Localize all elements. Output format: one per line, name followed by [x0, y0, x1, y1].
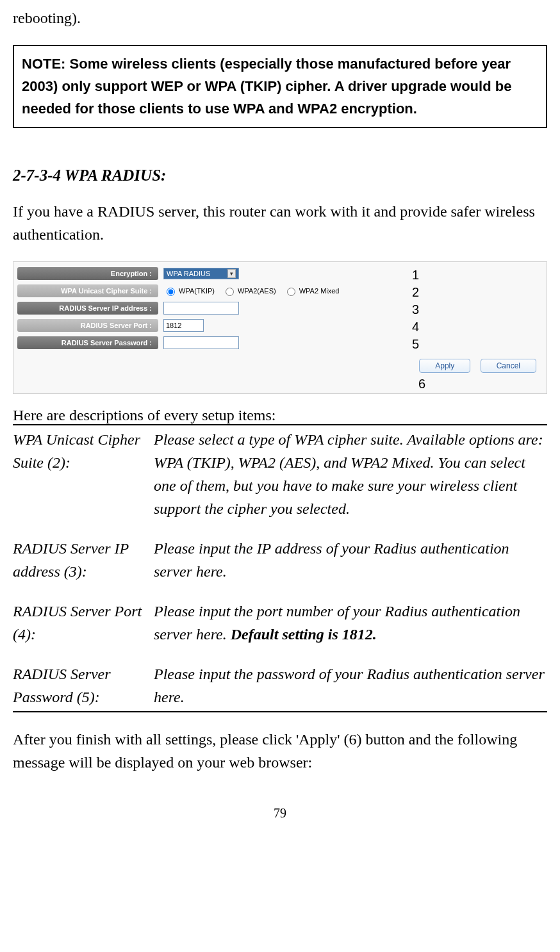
desc-term-radius-ip: RADIUS Server IP address (3):: [13, 537, 154, 583]
desc-def-radius-pw: Please input the password of your Radius…: [154, 662, 547, 709]
intro-paragraph: If you have a RADIUS server, this router…: [13, 200, 547, 246]
radio-wpa-tkip[interactable]: WPA(TKIP): [163, 286, 215, 296]
dropdown-arrow-icon: ▾: [227, 269, 236, 278]
desc-term-radius-port: RADIUS Server Port (4):: [13, 600, 154, 646]
radius-port-label: RADIUS Server Port :: [17, 319, 158, 332]
cancel-button[interactable]: Cancel: [481, 359, 536, 373]
desc-def-radius-port: Please input the port number of your Rad…: [154, 600, 547, 646]
desc-def-cipher: Please select a type of WPA cipher suite…: [154, 428, 547, 520]
encryption-label: Encryption :: [17, 267, 158, 280]
radius-password-input[interactable]: [163, 336, 239, 349]
desc-def-radius-ip: Please input the IP address of your Radi…: [154, 537, 547, 583]
radio-wpa2-mixed[interactable]: WPA2 Mixed: [284, 286, 340, 296]
desc-term-cipher: WPA Unicast Cipher Suite (2):: [13, 428, 154, 520]
encryption-value: WPA RADIUS: [167, 270, 210, 277]
note-box: NOTE: Some wireless clients (especially …: [13, 45, 547, 128]
callout-2: 2: [412, 285, 419, 300]
description-caption: Here are descriptions of every setup ite…: [13, 407, 547, 424]
description-table: WPA Unicast Cipher Suite (2): Please sel…: [13, 424, 547, 712]
callout-6: 6: [418, 377, 425, 391]
encryption-select[interactable]: WPA RADIUS ▾: [163, 268, 239, 279]
apply-button[interactable]: Apply: [419, 359, 470, 373]
callout-4: 4: [412, 320, 419, 334]
cipher-suite-label: WPA Unicast Cipher Suite :: [17, 284, 158, 297]
radius-port-input[interactable]: [163, 319, 204, 332]
router-screenshot: Encryption : WPA RADIUS ▾ WPA Unicast Ci…: [13, 261, 547, 394]
outro-paragraph: After you finish with all settings, plea…: [13, 728, 547, 774]
desc-term-radius-pw: RADIUS Server Password (5):: [13, 662, 154, 709]
section-heading: 2-7-3-4 WPA RADIUS:: [13, 167, 547, 185]
callout-3: 3: [412, 302, 419, 317]
callout-1: 1: [412, 268, 419, 283]
radius-ip-label: RADIUS Server IP address :: [17, 302, 158, 315]
fragment-text: rebooting).: [13, 6, 547, 29]
radio-wpa2-aes[interactable]: WPA2(AES): [222, 286, 276, 296]
page-number: 79: [13, 806, 547, 821]
callout-5: 5: [412, 337, 419, 352]
radius-password-label: RADIUS Server Password :: [17, 336, 158, 349]
radius-ip-input[interactable]: [163, 302, 239, 315]
